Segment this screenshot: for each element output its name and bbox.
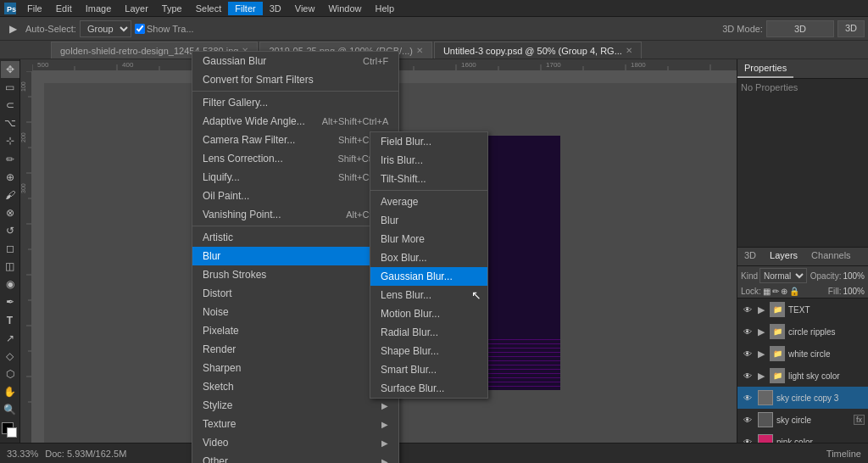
- filter-menu-item-noise[interactable]: Noise ▶: [192, 303, 398, 321]
- filter-menu-item-liquify[interactable]: Liquify... Shift+Ctrl+X: [192, 168, 398, 187]
- layer-row-white-circle[interactable]: 👁 ▶ 📁 white circle: [737, 343, 868, 365]
- layer-eye-sky-circle-copy3[interactable]: 👁: [741, 391, 754, 404]
- 3d-mode-btn[interactable]: 3D: [766, 20, 834, 37]
- tab-2[interactable]: Untitled-3 copy.psd @ 50% (Group 4, RG..…: [434, 42, 642, 59]
- menu-select[interactable]: Select: [189, 2, 229, 15]
- show-transform-checkbox[interactable]: [135, 24, 145, 34]
- layer-expand-circle-ripples[interactable]: ▶: [758, 326, 765, 337]
- tab-channels[interactable]: Channels: [804, 248, 857, 265]
- filter-menu-item-texture[interactable]: Texture ▶: [192, 415, 398, 433]
- lock-transparent-btn[interactable]: ▦: [763, 287, 771, 296]
- filter-menu-item-pixelate[interactable]: Pixelate ▶: [192, 321, 398, 340]
- blur-submenu-gaussian-blur[interactable]: Gaussian Blur...: [370, 267, 487, 286]
- layer-eye-sky-circle[interactable]: 👁: [741, 413, 754, 427]
- filter-menu-item-adaptive-wide[interactable]: Adaptive Wide Angle... Alt+Shift+Ctrl+A: [192, 112, 398, 131]
- blur-submenu-blur-more[interactable]: Blur More: [370, 230, 487, 248]
- blur-submenu-blur[interactable]: Blur: [370, 211, 487, 230]
- layer-eye-white-circle[interactable]: 👁: [741, 347, 754, 360]
- menu-image[interactable]: Image: [79, 2, 119, 15]
- tool-hand[interactable]: ✋: [1, 383, 19, 400]
- blur-submenu-lens-blur[interactable]: Lens Blur...: [370, 286, 487, 304]
- tool-eraser[interactable]: ◻: [1, 240, 19, 257]
- menu-layer[interactable]: Layer: [118, 2, 155, 15]
- layer-row-text[interactable]: 👁 ▶ 📁 TEXT: [737, 298, 868, 321]
- 3d-btn[interactable]: 3D: [837, 20, 865, 37]
- layer-eye-pink-color[interactable]: 👁: [741, 435, 754, 443]
- filter-menu-item-sharpen[interactable]: Sharpen ▶: [192, 359, 398, 377]
- auto-select-dropdown[interactable]: Group Layer: [80, 20, 131, 37]
- layer-row-sky-circle[interactable]: 👁 sky circle fx: [737, 409, 868, 431]
- tool-history-brush[interactable]: ↺: [1, 222, 19, 239]
- layer-eye-circle-ripples[interactable]: 👁: [741, 325, 754, 338]
- timeline-label[interactable]: Timeline: [826, 449, 861, 459]
- menu-edit[interactable]: Edit: [49, 2, 79, 15]
- tab-1-close[interactable]: ✕: [416, 46, 423, 55]
- blur-submenu-surface-blur[interactable]: Surface Blur...: [370, 379, 487, 398]
- toolbar-arrow-btn[interactable]: ▶: [3, 20, 22, 38]
- tab-3d[interactable]: 3D: [737, 248, 763, 265]
- tool-clone[interactable]: ⊗: [1, 204, 19, 221]
- tool-crop[interactable]: ⊹: [1, 132, 19, 149]
- layer-expand-text[interactable]: ▶: [758, 304, 765, 315]
- filter-menu-item-convert-smart[interactable]: Convert for Smart Filters: [192, 70, 398, 89]
- tool-magic-wand[interactable]: ⌥: [1, 114, 19, 131]
- tool-zoom[interactable]: 🔍: [1, 401, 19, 418]
- layer-expand-light-sky[interactable]: ▶: [758, 371, 765, 382]
- tool-brush[interactable]: 🖌: [1, 187, 19, 204]
- blur-submenu-smart-blur[interactable]: Smart Blur...: [370, 360, 487, 379]
- tab-2-close[interactable]: ✕: [626, 46, 632, 55]
- blend-mode-select[interactable]: Normal: [760, 268, 807, 283]
- tool-path-select[interactable]: ↗: [1, 330, 19, 347]
- blur-submenu-iris-blur[interactable]: Iris Blur...: [370, 151, 487, 170]
- filter-menu-item-vanishing-point[interactable]: Vanishing Point... Alt+Ctrl+V: [192, 205, 398, 224]
- blur-submenu-shape-blur[interactable]: Shape Blur...: [370, 342, 487, 360]
- filter-menu-item-filter-gallery[interactable]: Filter Gallery...: [192, 93, 398, 112]
- tool-3d[interactable]: ⬡: [1, 365, 19, 382]
- menu-filter[interactable]: Filter: [228, 2, 262, 15]
- tool-lasso[interactable]: ⊂: [1, 97, 19, 114]
- tab-properties[interactable]: Properties: [737, 59, 793, 78]
- menu-view[interactable]: View: [288, 2, 322, 15]
- menu-3d[interactable]: 3D: [263, 2, 288, 15]
- tool-gradient[interactable]: ◫: [1, 258, 19, 275]
- blur-submenu-average[interactable]: Average: [370, 192, 487, 211]
- tool-shape[interactable]: ◇: [1, 348, 19, 365]
- layer-row-pink-color[interactable]: 👁 pink color: [737, 431, 868, 443]
- layer-row-sky-circle-copy3[interactable]: 👁 sky circle copy 3: [737, 387, 868, 409]
- tool-type[interactable]: T: [1, 312, 19, 329]
- blur-submenu-tilt-shift[interactable]: Tilt-Shift...: [370, 170, 487, 188]
- menu-window[interactable]: Window: [321, 2, 368, 15]
- menu-help[interactable]: Help: [369, 2, 402, 15]
- lock-all-btn[interactable]: 🔒: [789, 287, 799, 296]
- layer-eye-text[interactable]: 👁: [741, 303, 754, 316]
- filter-menu-item-other[interactable]: Other ▶: [192, 452, 398, 463]
- tool-pen[interactable]: ✒: [1, 293, 19, 310]
- lock-position-btn[interactable]: ⊕: [781, 287, 787, 296]
- layer-row-light-sky[interactable]: 👁 ▶ 📁 light sky color: [737, 365, 868, 387]
- menu-file[interactable]: File: [20, 2, 49, 15]
- filter-menu-item-brush-strokes[interactable]: Brush Strokes ▶: [192, 265, 398, 284]
- filter-menu-item-blur[interactable]: Blur ▶: [192, 247, 398, 265]
- filter-menu-item-stylize[interactable]: Stylize ▶: [192, 396, 398, 415]
- tool-move[interactable]: ✥: [1, 61, 19, 78]
- layer-expand-white-circle[interactable]: ▶: [758, 349, 765, 360]
- blur-submenu-motion-blur[interactable]: Motion Blur...: [370, 304, 487, 323]
- tool-eyedropper[interactable]: ✏: [1, 151, 19, 168]
- tool-select-rect[interactable]: ▭: [1, 79, 19, 96]
- blur-submenu-box-blur[interactable]: Box Blur...: [370, 248, 487, 267]
- filter-menu-item-distort[interactable]: Distort ▶: [192, 284, 398, 303]
- filter-menu-item-lens-correction[interactable]: Lens Correction... Shift+Ctrl+R: [192, 149, 398, 168]
- filter-menu-item-video[interactable]: Video ▶: [192, 433, 398, 452]
- filter-menu-item-render[interactable]: Render ▶: [192, 340, 398, 359]
- tab-layers[interactable]: Layers: [763, 248, 804, 265]
- layer-eye-light-sky[interactable]: 👁: [741, 369, 754, 382]
- filter-menu-item-gaussian-blur[interactable]: Gaussian Blur Ctrl+F: [192, 52, 398, 70]
- filter-menu-item-sketch[interactable]: Sketch ▶: [192, 377, 398, 396]
- blur-submenu-radial-blur[interactable]: Radial Blur...: [370, 323, 487, 342]
- menu-type[interactable]: Type: [155, 2, 189, 15]
- background-color[interactable]: [7, 427, 17, 438]
- filter-menu-item-oil-paint[interactable]: Oil Paint...: [192, 187, 398, 205]
- lock-pixels-btn[interactable]: ✏: [772, 287, 779, 296]
- filter-menu-item-camera-raw[interactable]: Camera Raw Filter... Shift+Ctrl+A: [192, 131, 398, 149]
- blur-submenu-field-blur[interactable]: Field Blur...: [370, 132, 487, 151]
